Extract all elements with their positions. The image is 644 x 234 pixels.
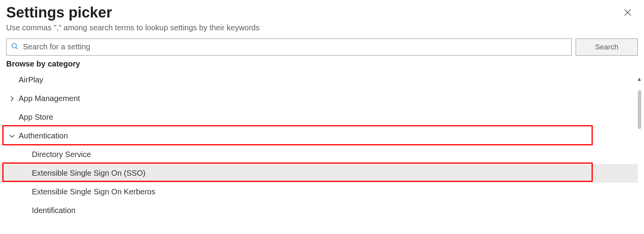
svg-line-3: [16, 47, 17, 49]
search-button[interactable]: Search: [576, 38, 638, 56]
chevron-down-icon: [9, 133, 16, 140]
search-icon: [10, 42, 19, 52]
close-icon: [623, 12, 632, 18]
search-box[interactable]: [6, 38, 572, 56]
svg-point-2: [12, 43, 17, 48]
subcategory-extensible-sso[interactable]: Extensible Single Sign On (SSO): [0, 164, 638, 183]
search-input[interactable]: [19, 42, 567, 51]
page-subtitle: Use commas "," among search terms to loo…: [6, 23, 638, 32]
subcategory-label: Directory Service: [32, 150, 91, 159]
subcategory-label: Extensible Single Sign On Kerberos: [32, 187, 155, 196]
subcategory-label: Extensible Single Sign On (SSO): [32, 169, 145, 178]
subcategory-identification[interactable]: Identification: [0, 201, 638, 220]
category-app-management[interactable]: App Management: [0, 89, 638, 108]
subcategory-label: Identification: [32, 206, 75, 215]
category-label: Authentication: [19, 131, 68, 140]
page-title: Settings picker: [6, 4, 112, 22]
subcategory-directory-service[interactable]: Directory Service: [0, 145, 638, 164]
category-label: App Store: [19, 113, 53, 122]
category-airplay[interactable]: AirPlay: [0, 71, 638, 89]
close-button[interactable]: [621, 6, 634, 20]
category-tree: AirPlay App Management App Store Authent…: [0, 71, 644, 220]
subcategory-extensible-sso-kerberos[interactable]: Extensible Single Sign On Kerberos: [0, 183, 638, 201]
browse-by-category-label: Browse by category: [0, 59, 644, 71]
category-app-store[interactable]: App Store: [0, 108, 638, 127]
scrollbar-thumb[interactable]: [638, 90, 641, 129]
chevron-right-icon: [9, 95, 16, 102]
category-authentication[interactable]: Authentication: [0, 127, 638, 145]
scroll-up-arrow-icon: ▲: [637, 76, 642, 82]
category-label: AirPlay: [19, 75, 43, 84]
category-label: App Management: [19, 94, 80, 103]
vertical-scrollbar[interactable]: ▲: [636, 76, 642, 129]
